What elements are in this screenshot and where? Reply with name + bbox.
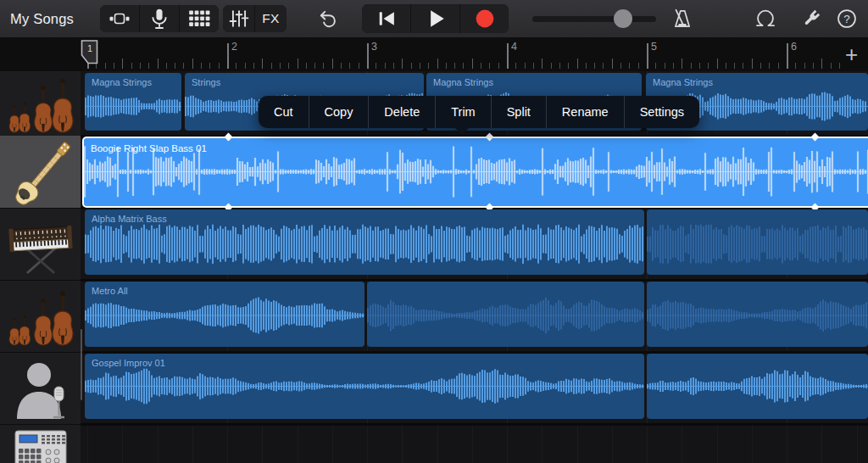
- vocalist-instrument-icon: [3, 356, 78, 421]
- ruler-tick: [665, 63, 665, 69]
- play-icon: [425, 8, 447, 30]
- undo-button[interactable]: [317, 8, 339, 30]
- volume-slider-knob[interactable]: [614, 9, 632, 28]
- beat-gridline: [682, 425, 682, 463]
- track-controls-button[interactable]: [223, 5, 254, 32]
- ruler-tick: [411, 63, 412, 69]
- lane-separator: [81, 423, 868, 426]
- ruler-tick: [839, 63, 840, 69]
- region-boogie-right-slap-bass-01[interactable]: Boogie Right Slap Bass 01: [82, 137, 868, 208]
- ruler-tick: [752, 59, 753, 69]
- menu-item-copy[interactable]: Copy: [309, 96, 369, 128]
- beat-gridline: [367, 425, 368, 463]
- region-segment[interactable]: [647, 209, 868, 275]
- playhead-measure-label: 1: [87, 43, 92, 53]
- ruler-tick: [227, 43, 229, 69]
- ruler-tick: [743, 63, 743, 69]
- region-label: Metro All: [92, 286, 128, 296]
- ruler-measure-number: 5: [651, 41, 657, 53]
- ruler-tick: [813, 63, 814, 69]
- track-header-vocals[interactable]: [0, 352, 81, 425]
- region-label: Strings: [192, 77, 220, 87]
- ruler-measure-number: 4: [511, 41, 517, 53]
- volume-slider[interactable]: [532, 16, 656, 22]
- record-audio-button[interactable]: [140, 5, 179, 32]
- region-segment[interactable]: [647, 354, 868, 419]
- ruler-tick: [298, 59, 298, 69]
- ruler-tick: [568, 63, 569, 69]
- region-magna-strings[interactable]: Magna Strings: [85, 73, 181, 131]
- ruler-tick: [489, 63, 490, 69]
- track-header-synth[interactable]: [0, 208, 81, 281]
- track-header-strings[interactable]: [0, 280, 81, 353]
- metronome-button[interactable]: [671, 8, 693, 30]
- scrollbar[interactable]: [81, 329, 82, 400]
- ruler-tick: [314, 63, 315, 69]
- ruler-tick: [612, 59, 613, 69]
- settings-button[interactable]: [800, 8, 822, 30]
- menu-item-rename[interactable]: Rename: [546, 96, 624, 128]
- ruler-tick: [359, 63, 359, 69]
- tracks-view-button[interactable]: [100, 5, 139, 32]
- ruler-tick: [655, 63, 656, 69]
- ruler-tick: [699, 63, 700, 69]
- timeline-ruler[interactable]: 1 + 23456: [0, 37, 868, 71]
- ruler-tick: [262, 59, 263, 69]
- playhead-marker[interactable]: 1: [81, 40, 98, 68]
- ruler-tick: [760, 63, 761, 69]
- wrench-icon: [800, 8, 822, 30]
- ruler-tick: [734, 63, 735, 69]
- garageband-app: My Songs: [0, 0, 868, 463]
- strings-instrument-icon: [4, 73, 77, 134]
- record-button[interactable]: [460, 4, 509, 33]
- menu-item-settings[interactable]: Settings: [624, 96, 699, 128]
- beat-gridline: [507, 425, 508, 463]
- ruler-tick: [586, 63, 587, 69]
- ruler-tick: [402, 59, 403, 69]
- track-header-strings[interactable]: [0, 71, 81, 137]
- play-button[interactable]: [411, 4, 459, 33]
- track-header-bass[interactable]: [0, 136, 81, 209]
- my-songs-button[interactable]: My Songs: [10, 0, 74, 37]
- ruler-measure-number: 6: [791, 41, 797, 53]
- help-button[interactable]: ?: [836, 8, 858, 30]
- waveform: [367, 282, 644, 347]
- menu-item-delete[interactable]: Delete: [368, 96, 435, 128]
- beat-gridline: [577, 425, 578, 463]
- live-loops-grid-button[interactable]: [180, 5, 219, 32]
- ruler-tick: [831, 63, 832, 69]
- ruler-tick: [454, 63, 455, 69]
- ruler-tick: [769, 63, 770, 69]
- undo-icon: [317, 8, 339, 30]
- menu-item-cut[interactable]: Cut: [259, 96, 309, 128]
- region-alpha-matrix-bass[interactable]: Alpha Matrix Bass: [85, 209, 644, 275]
- add-track-section-button[interactable]: +: [845, 39, 858, 70]
- ruler-tick: [498, 63, 499, 69]
- ruler-tick: [638, 63, 639, 69]
- mixer-icon: [228, 8, 250, 30]
- ruler-tick: [148, 63, 149, 69]
- fx-button[interactable]: FX: [255, 5, 287, 32]
- ruler-tick: [349, 63, 350, 69]
- ruler-tick: [804, 63, 805, 69]
- beat-gridline: [542, 425, 542, 463]
- region-segment[interactable]: [647, 282, 868, 347]
- beat-gridline: [262, 425, 263, 463]
- ruler-tick: [821, 59, 822, 69]
- menu-item-trim[interactable]: Trim: [435, 96, 490, 128]
- menu-item-split[interactable]: Split: [491, 96, 546, 128]
- ruler-tick: [437, 59, 438, 69]
- region-metro-all[interactable]: Metro All: [85, 282, 364, 347]
- ruler-tick: [420, 63, 420, 69]
- ruler-tick: [446, 63, 447, 69]
- region-label: Magna Strings: [92, 77, 152, 87]
- track-header-drums[interactable]: [0, 424, 81, 463]
- region-gospel-improv-01[interactable]: Gospel Improv 01: [85, 354, 644, 419]
- loop-browser-button[interactable]: [754, 8, 776, 30]
- region-segment[interactable]: [367, 282, 644, 347]
- waveform: [647, 209, 868, 275]
- ruler-tick: [385, 63, 386, 69]
- ruler-tick: [603, 63, 604, 69]
- ruler-tick: [332, 59, 333, 69]
- skip-to-start-button[interactable]: [362, 4, 410, 33]
